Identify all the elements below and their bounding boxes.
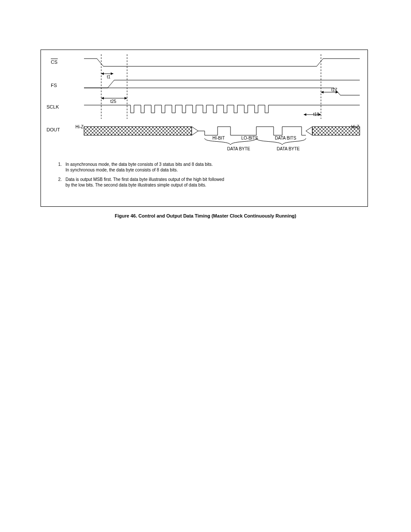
svg-marker-8 bbox=[192, 127, 198, 135]
svg-rect-10 bbox=[312, 127, 360, 135]
timing-diagram bbox=[41, 50, 367, 206]
svg-rect-7 bbox=[84, 127, 192, 135]
figure-frame bbox=[40, 50, 368, 207]
svg-marker-9 bbox=[306, 127, 312, 135]
figure-caption: Figure 46. Control and Output Data Timin… bbox=[0, 213, 411, 218]
